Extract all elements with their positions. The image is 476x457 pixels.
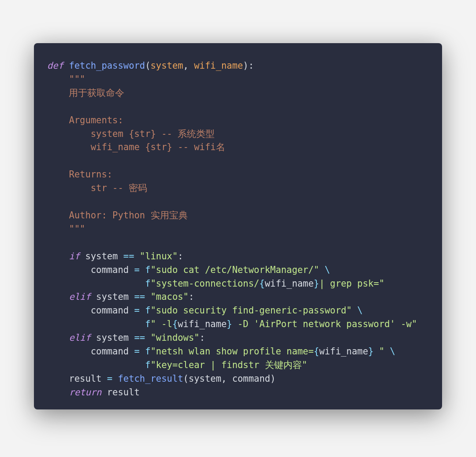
op-assign: = — [134, 346, 140, 357]
docstring-arg1: system {str} -- 系统类型 — [91, 129, 215, 139]
punct-colon: : — [249, 60, 254, 71]
call-fetch-result: fetch_result — [118, 373, 183, 384]
line-continuation: \ — [324, 265, 330, 275]
brace-open: { — [172, 319, 178, 329]
keyword-elif: elif — [69, 291, 90, 302]
op-assign: = — [134, 265, 140, 275]
str-linux-a: "sudo cat /etc/NetworkManager/" — [151, 265, 320, 275]
function-name: fetch_password — [69, 60, 145, 71]
str-linux-b-open: "system-connections/ — [151, 278, 260, 289]
f-prefix: f — [145, 360, 150, 370]
fstring-var-wifi: wifi_name — [319, 346, 368, 357]
docstring-return: str -- 密码 — [91, 183, 147, 193]
brace-close: } — [227, 319, 232, 329]
punct-colon: : — [189, 291, 194, 302]
id-command: command — [91, 346, 129, 357]
punct-colon: : — [200, 332, 205, 343]
str-linux: "linux" — [140, 251, 178, 262]
op-assign: = — [134, 305, 140, 316]
code-card: def fetch_password(system, wifi_name): "… — [34, 43, 442, 409]
id-command: command — [91, 305, 129, 316]
id-system: system — [96, 332, 129, 343]
id-system: system — [189, 373, 221, 384]
op-eq: == — [134, 291, 145, 302]
punct-comma: , — [183, 60, 189, 71]
brace-close: } — [368, 346, 373, 357]
op-assign: = — [107, 373, 112, 384]
keyword-def: def — [47, 60, 63, 71]
punct-colon: : — [178, 251, 183, 262]
str-win-b: "key=clear | findstr 关键内容" — [151, 360, 308, 370]
docstring-author: Author: Python 实用宝典 — [69, 210, 187, 221]
op-eq: == — [123, 251, 134, 262]
docstring-arguments-header: Arguments: — [69, 115, 123, 125]
id-result: result — [107, 387, 140, 398]
keyword-if: if — [69, 251, 80, 262]
docstring-arg2: wifi_name {str} -- wifi名 — [91, 142, 225, 152]
docstring-returns-header: Returns: — [69, 169, 112, 180]
brace-open: { — [259, 278, 264, 289]
punct-lparen: ( — [183, 373, 189, 384]
str-win-a-open: "netsh wlan show profile name= — [151, 346, 314, 357]
fstring-var-wifi: wifi_name — [265, 278, 314, 289]
param-wifi-name: wifi_name — [194, 60, 243, 71]
f-prefix: f — [145, 265, 150, 275]
str-windows: "windows" — [151, 332, 200, 343]
param-system: system — [151, 60, 183, 71]
f-prefix: f — [145, 346, 150, 357]
f-prefix: f — [145, 278, 150, 289]
f-prefix: f — [145, 305, 150, 316]
code-block: def fetch_password(system, wifi_name): "… — [34, 43, 442, 409]
id-command: command — [232, 373, 270, 384]
id-system: system — [96, 291, 129, 302]
str-win-a-close: " — [374, 346, 385, 357]
brace-close: } — [314, 278, 319, 289]
line-continuation: \ — [357, 305, 363, 316]
f-prefix: f — [145, 319, 150, 329]
id-command: command — [91, 265, 129, 275]
punct-rparen: ) — [243, 60, 248, 71]
punct-comma: , — [221, 373, 227, 384]
op-eq: == — [134, 332, 145, 343]
str-macos-b-close: -D 'AirPort network password' -w" — [232, 319, 417, 329]
keyword-elif: elif — [69, 332, 90, 343]
docstring-close: """ — [69, 224, 85, 234]
keyword-return: return — [69, 387, 101, 398]
id-result: result — [69, 373, 101, 384]
str-macos-b-open: " -l — [151, 319, 172, 329]
punct-lparen: ( — [145, 60, 150, 71]
line-continuation: \ — [390, 346, 395, 357]
id-system: system — [85, 251, 118, 262]
str-macos-a: "sudo security find-generic-password" — [151, 305, 352, 316]
str-linux-b-close: | grep psk=" — [319, 278, 384, 289]
brace-open: { — [314, 346, 319, 357]
punct-rparen: ) — [270, 373, 275, 384]
docstring-desc: 用于获取命令 — [69, 88, 124, 98]
docstring-open: """ — [69, 74, 85, 85]
str-macos: "macos" — [151, 291, 189, 302]
fstring-var-wifi: wifi_name — [178, 319, 227, 329]
